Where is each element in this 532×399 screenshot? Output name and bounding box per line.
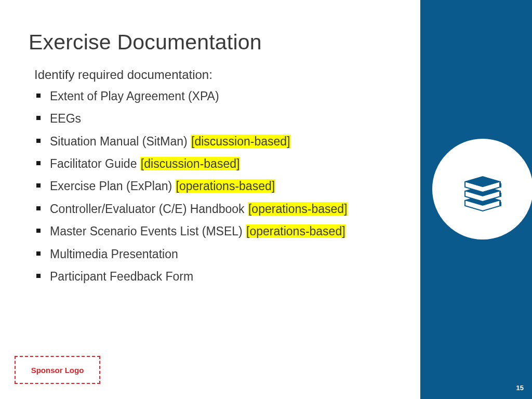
list-item: Master Scenario Events List (MSEL) [oper… bbox=[36, 223, 379, 239]
item-tag: [operations-based] bbox=[248, 202, 348, 216]
item-text: Master Scenario Events List (MSEL) bbox=[50, 224, 246, 238]
slide: Exercise Documentation Identify required… bbox=[0, 0, 532, 399]
item-text: Participant Feedback Form bbox=[50, 270, 193, 283]
books-stack-icon bbox=[457, 163, 509, 215]
item-text: Situation Manual (SitMan) bbox=[50, 135, 191, 148]
list-item: Controller/Evaluator (C/E) Handbook [ope… bbox=[36, 201, 379, 217]
bullet-list: Extent of Play Agreement (XPA) EEGs Situ… bbox=[36, 88, 379, 291]
list-item: Extent of Play Agreement (XPA) bbox=[36, 88, 379, 104]
item-tag: [operations-based] bbox=[176, 179, 276, 193]
list-item: EEGs bbox=[36, 111, 379, 126]
sponsor-logo-placeholder: Sponsor Logo bbox=[15, 356, 100, 384]
slide-title: Exercise Documentation bbox=[29, 30, 262, 55]
item-tag: [discussion-based] bbox=[191, 135, 291, 148]
icon-circle bbox=[431, 138, 532, 241]
sponsor-label: Sponsor Logo bbox=[31, 366, 84, 375]
list-item: Exercise Plan (ExPlan) [operations-based… bbox=[36, 178, 379, 194]
list-item: Multimedia Presentation bbox=[36, 246, 379, 262]
item-text: Multimedia Presentation bbox=[50, 247, 178, 261]
item-text: Extent of Play Agreement (XPA) bbox=[50, 89, 219, 103]
item-text: EEGs bbox=[50, 112, 81, 125]
item-tag: [operations-based] bbox=[246, 224, 346, 238]
item-text: Controller/Evaluator (C/E) Handbook bbox=[50, 202, 248, 216]
item-tag: [discussion-based] bbox=[140, 157, 241, 170]
list-item: Participant Feedback Form bbox=[36, 269, 379, 284]
page-number: 15 bbox=[516, 384, 524, 392]
intro-text: Identify required documentation: bbox=[34, 68, 212, 82]
item-text: Exercise Plan (ExPlan) bbox=[50, 179, 176, 193]
list-item: Situation Manual (SitMan) [discussion-ba… bbox=[36, 134, 379, 149]
list-item: Facilitator Guide [discussion-based] bbox=[36, 156, 379, 171]
item-text: Facilitator Guide bbox=[50, 157, 140, 170]
